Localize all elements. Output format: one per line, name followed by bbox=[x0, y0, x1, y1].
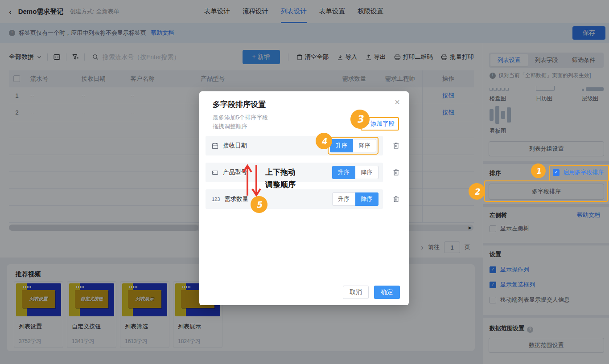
sort-field-name: 需求数量 bbox=[224, 195, 332, 203]
drag-hint-text: 上下拖动 bbox=[265, 167, 296, 177]
asc-button[interactable]: 升序 bbox=[332, 192, 355, 206]
tour-highlight-multi-sort-button bbox=[484, 180, 608, 202]
asc-button[interactable]: 升序 bbox=[332, 166, 355, 179]
delete-field-icon[interactable] bbox=[389, 196, 403, 203]
desc-button[interactable]: 降序 bbox=[353, 139, 376, 152]
delete-field-icon[interactable] bbox=[389, 142, 403, 149]
input-field-icon bbox=[212, 169, 218, 176]
drag-up-down-arrows-icon bbox=[242, 162, 263, 198]
multi-sort-dialog: 多字段排序设置 × 最多添加5个排序字段 拖拽调整顺序 + 添加字段 接收日期 … bbox=[199, 91, 409, 305]
confirm-button[interactable]: 确定 bbox=[374, 286, 400, 299]
number-icon: 123 bbox=[212, 196, 220, 202]
sort-field-name: 接收日期 bbox=[223, 142, 328, 150]
enable-multi-sort-checkbox[interactable] bbox=[553, 169, 560, 176]
order-toggle: 升序 降序 bbox=[330, 139, 376, 152]
dialog-hint: 拖拽调整顺序 bbox=[213, 123, 247, 131]
calendar-icon bbox=[212, 143, 218, 149]
drag-hint-text: 调整顺序 bbox=[265, 180, 296, 190]
delete-field-icon[interactable] bbox=[389, 169, 403, 176]
app-root: ‹ Demo需求登记 创建方式: 全新表单 表单设计 流程设计 列表设计 表单设… bbox=[0, 0, 609, 364]
order-toggle: 升序 降序 bbox=[332, 192, 379, 206]
desc-button[interactable]: 降序 bbox=[355, 192, 379, 206]
sort-field-list: 接收日期 升序 降序 产品型号 bbox=[206, 136, 403, 216]
close-icon[interactable]: × bbox=[395, 98, 400, 106]
add-field-link[interactable]: + 添加字段 bbox=[365, 120, 395, 127]
sort-field-row[interactable]: 接收日期 升序 降序 bbox=[206, 136, 403, 155]
sort-field-row[interactable]: 123 需求数量 升序 降序 bbox=[206, 189, 403, 209]
dialog-title: 多字段排序设置 bbox=[213, 99, 266, 110]
dialog-footer: 取消 确定 bbox=[343, 286, 400, 299]
asc-button[interactable]: 升序 bbox=[330, 139, 353, 152]
tour-highlight-order-toggle: 升序 降序 bbox=[328, 137, 379, 155]
sort-field-row[interactable]: 产品型号 升序 降序 bbox=[206, 163, 403, 182]
desc-button[interactable]: 降序 bbox=[355, 166, 379, 179]
dialog-hint: 最多添加5个排序字段 bbox=[213, 114, 268, 122]
enable-multi-sort-option[interactable]: 启用多字段排序 bbox=[553, 168, 604, 176]
cancel-button[interactable]: 取消 bbox=[343, 286, 369, 299]
order-toggle: 升序 降序 bbox=[332, 166, 379, 179]
